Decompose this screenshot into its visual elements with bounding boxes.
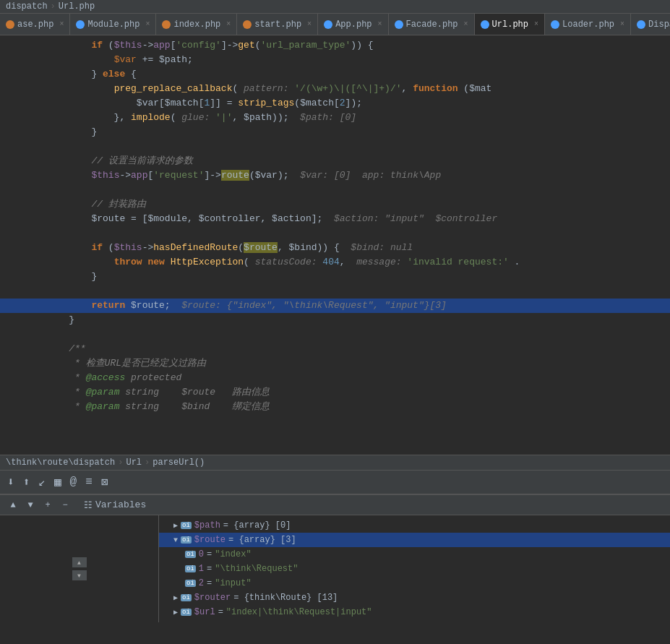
var-route-1[interactable]: oi 1 = "\think\Request" — [159, 562, 670, 576]
var-url[interactable]: ▶ oi $url = "index|\think\Request|input" — [159, 605, 670, 619]
debug-controls: ▲ ▼ + − — [6, 498, 72, 512]
table-button[interactable]: ▦ — [53, 473, 63, 491]
code-line: } — [0, 313, 670, 327]
tab-icon-module — [76, 20, 85, 29]
tab-dispatch[interactable]: Dispatch.php × — [631, 14, 670, 35]
code-line: * 检查URL是否已经定义过路由 — [0, 356, 670, 371]
code-line: // 封装路由 — [0, 197, 670, 212]
scroll-down-btn[interactable]: ▼ — [72, 570, 87, 580]
code-line: * @access protected — [0, 371, 670, 385]
var-router[interactable]: ▶ oi $router = {think\Route} [13] — [159, 591, 670, 605]
var-route[interactable]: ▼ oi $route = {array} [3] — [159, 533, 670, 547]
tab-icon-loader — [551, 20, 559, 29]
var-route-2[interactable]: oi 2 = "input" — [159, 576, 670, 591]
close-button[interactable]: ⊠ — [100, 473, 110, 491]
expand-icon[interactable]: ▼ — [173, 536, 178, 544]
breadcrumb-dispatch: dispatch — [6, 1, 48, 12]
tab-index[interactable]: index.php × — [156, 14, 237, 35]
code-line: * @param string $bind 绑定信息 — [0, 400, 670, 414]
tab-app[interactable]: App.php × — [318, 14, 388, 35]
code-line: preg_replace_callback( pattern: '/(\w+)\… — [0, 82, 670, 96]
var-route-0[interactable]: oi 0 = "index" — [159, 547, 670, 562]
code-line: $this->app['request']->route($var); $var… — [0, 168, 670, 183]
step-up-button[interactable]: ▲ — [6, 498, 20, 512]
tab-start[interactable]: start.php × — [237, 14, 318, 35]
breadcrumb-file: Url.php — [59, 1, 95, 12]
editor-area[interactable]: if ($this->app['config']->get('url_param… — [0, 35, 670, 455]
code-line: /** — [0, 342, 670, 356]
tab-module[interactable]: Module.php × — [70, 14, 156, 35]
expand-icon[interactable]: ▶ — [173, 608, 178, 617]
expand-icon[interactable]: ▶ — [173, 521, 178, 530]
debug-header: ▲ ▼ + − ☷ Variables — [0, 495, 670, 515]
scroll-up-btn[interactable]: ▲ — [72, 557, 87, 567]
debug-content: ▲ ▼ ▶ oi $path = {array} [0] ▼ oi $route… — [0, 515, 670, 622]
status-breadcrumb: \think\route\dispatch › Url › parseUrl() — [0, 455, 670, 471]
expand-icon[interactable]: ▶ — [173, 593, 178, 602]
tab-facade[interactable]: Facade.php × — [389, 14, 475, 35]
var-path[interactable]: ▶ oi $path = {array} [0] — [159, 518, 670, 533]
tab-icon-app — [324, 20, 332, 29]
variables-icon: ☷ — [84, 499, 93, 511]
variables-list: ▶ oi $path = {array} [0] ▼ oi $route = {… — [159, 515, 670, 622]
code-line — [0, 139, 670, 154]
tab-icon-facade — [395, 20, 403, 29]
breadcrumb-method: parseUrl() — [153, 458, 205, 468]
remove-watch-button[interactable]: − — [58, 498, 72, 512]
code-line: throw new HttpException( statusCode: 404… — [0, 255, 670, 270]
tab-icon-dispatch — [637, 20, 645, 29]
upload-button[interactable]: ⬆ — [22, 473, 32, 491]
code-line: } — [0, 125, 670, 139]
code-line: if ($this->app['config']->get('url_param… — [0, 38, 670, 53]
debug-toolbar: ⬇ ⬆ ↙ ▦ @ ≡ ⊠ — [0, 471, 670, 494]
code-line — [0, 226, 670, 241]
code-line: // 设置当前请求的参数 — [0, 154, 670, 168]
add-watch-button[interactable]: + — [40, 498, 55, 512]
code-line: if ($this->hasDefinedRoute($route, $bind… — [0, 241, 670, 255]
tab-bar: ase.php × Module.php × index.php × start… — [0, 14, 670, 35]
download-button[interactable]: ⬇ — [6, 473, 16, 491]
step-over-button[interactable]: ↙ — [37, 473, 47, 491]
code-line-highlighted: return $route; $route: {"index", "\think… — [0, 299, 670, 313]
breadcrumb-namespace: \think\route\dispatch — [6, 458, 115, 468]
tab-icon-index — [162, 20, 171, 29]
at-button[interactable]: @ — [69, 474, 79, 490]
variables-label: Variables — [95, 499, 146, 510]
code-line — [0, 327, 670, 342]
breadcrumb-class: Url — [126, 458, 142, 468]
list-button[interactable]: ≡ — [84, 474, 94, 490]
debug-panel: ▲ ▼ + − ☷ Variables ▲ ▼ ▶ oi $path = {ar… — [0, 494, 670, 622]
tab-icon-ase — [6, 20, 14, 29]
code-line: * @param string $route 路由信息 — [0, 385, 670, 400]
debug-tab-variables[interactable]: ☷ Variables — [84, 499, 146, 511]
step-down-button[interactable]: ▼ — [23, 498, 38, 512]
code-line: $route = [$module, $controller, $action]… — [0, 212, 670, 226]
code-line: }, implode( glue: '|', $path)); $path: [… — [0, 111, 670, 125]
code-line: } else { — [0, 67, 670, 82]
code-line — [0, 183, 670, 197]
tab-url[interactable]: Url.php × — [475, 14, 545, 35]
code-line — [0, 284, 670, 299]
tab-icon-start — [243, 20, 252, 29]
debug-left-controls: ▲ ▼ — [0, 515, 159, 622]
tab-ase[interactable]: ase.php × — [0, 14, 70, 35]
tab-icon-url — [481, 20, 489, 29]
code-line: } — [0, 270, 670, 284]
tab-loader[interactable]: Loader.php × — [545, 14, 631, 35]
breadcrumb-top: dispatch › Url.php — [0, 0, 670, 14]
code-line: $var += $path; — [0, 53, 670, 67]
code-line: $var[$match[1]] = strip_tags($match[2]); — [0, 96, 670, 111]
